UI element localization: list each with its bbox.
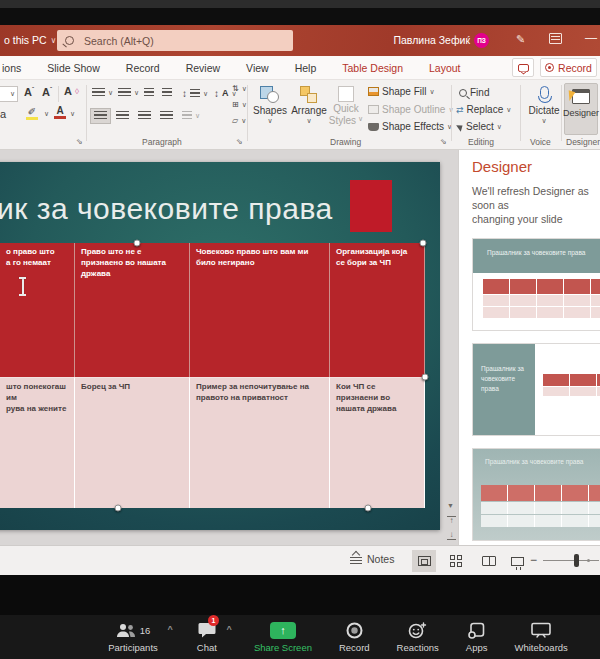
table-cell[interactable]: што понекогаш им рува на жените	[0, 377, 75, 508]
shapes-button[interactable]: Shapes∨	[253, 86, 287, 125]
previous-slide-button[interactable]: ↑	[447, 516, 456, 525]
paragraph-dialog-launcher[interactable]: ⇘	[236, 137, 243, 146]
tab-table-design[interactable]: Table Design	[329, 62, 416, 74]
slideshow-button[interactable]	[505, 550, 529, 572]
font-color-dropdown[interactable]: ∨	[70, 110, 75, 118]
inking-pen-icon[interactable]: ✎	[516, 33, 525, 46]
increase-indent-button[interactable]	[162, 88, 172, 98]
table-cell[interactable]: Кои ЧП се признаени во нашата држава	[330, 377, 425, 508]
tab-slide-show[interactable]: Slide Show	[34, 62, 113, 74]
scroll-down-icon[interactable]: ▼	[447, 502, 454, 509]
thumbnail-title: Прашалник за човековите права	[485, 457, 583, 467]
record-presentation-button[interactable]: Record	[540, 58, 597, 77]
highlight-color-button[interactable]: ✐	[26, 106, 38, 120]
design-thumbnail-1[interactable]: Прашалник за човековите права	[472, 238, 600, 331]
highlight-color-dropdown[interactable]: ∨	[44, 110, 49, 118]
line-spacing-button[interactable]: ↕∨	[182, 88, 208, 99]
tab-transitions-partial[interactable]: ions	[0, 62, 34, 74]
selection-handle[interactable]	[365, 505, 372, 512]
justify-button[interactable]	[156, 108, 177, 124]
shape-fill-button[interactable]: Shape Fill∨	[368, 86, 435, 97]
notes-button[interactable]: Notes	[350, 553, 394, 565]
decrease-font-size-button[interactable]: Aˇ	[42, 86, 52, 98]
whiteboards-button[interactable]: Whiteboards	[515, 621, 568, 653]
record-meeting-button[interactable]: Record	[339, 621, 370, 653]
normal-view-button[interactable]	[412, 550, 436, 572]
participants-button[interactable]: 16 ^ Participants	[108, 621, 158, 653]
apps-button[interactable]: Apps	[466, 621, 488, 653]
designer-pane: Designer We'll refresh Designer as soon …	[458, 150, 600, 545]
convert-to-smartart-button[interactable]: ▱∨	[232, 116, 246, 125]
shape-effects-icon	[368, 123, 379, 131]
find-button[interactable]: Find	[459, 87, 489, 98]
slide-sorter-button[interactable]	[444, 550, 468, 572]
shape-effects-button[interactable]: Shape Effects∨	[368, 121, 452, 132]
design-thumbnail-3[interactable]: Прашалник за човековите права	[472, 448, 600, 541]
search-box[interactable]	[57, 30, 293, 51]
thumbnail-table-graphic	[481, 485, 600, 501]
next-slide-button[interactable]: ↓	[447, 531, 456, 540]
replace-button[interactable]: ⇄ Replace∨	[456, 104, 511, 115]
chat-button[interactable]: 1 ^ Chat	[197, 621, 217, 653]
font-dialog-launcher[interactable]: ⇘	[76, 137, 83, 146]
text-direction-button[interactable]: ⇅∨	[232, 84, 247, 93]
table-cell[interactable]: о право што а го немаат	[0, 243, 75, 377]
reactions-button[interactable]: Reactions	[397, 621, 439, 653]
arrange-button[interactable]: Arrange∨	[290, 86, 328, 125]
columns-button[interactable]: ∨	[182, 111, 200, 121]
clear-formatting-button[interactable]: A◊	[64, 86, 79, 97]
align-right-button[interactable]	[134, 108, 155, 124]
selection-handle[interactable]	[422, 374, 429, 381]
arrange-icon	[300, 86, 318, 104]
chevron-up-icon[interactable]: ^	[168, 624, 173, 634]
save-location-dropdown[interactable]: o this PC ∨	[4, 34, 56, 46]
slide-table[interactable]: о право што а го немаат Право што не е п…	[0, 243, 425, 508]
numbering-button[interactable]: ∨	[118, 88, 139, 98]
slide-accent-rectangle[interactable]	[350, 180, 392, 232]
font-color-button[interactable]: A	[54, 106, 66, 119]
tab-record[interactable]: Record	[113, 62, 173, 74]
align-text-button[interactable]: ⊞∨	[232, 100, 247, 109]
minimize-button[interactable]: —	[585, 31, 597, 45]
tab-help[interactable]: Help	[282, 62, 330, 74]
ribbon-display-options-icon[interactable]	[549, 33, 562, 44]
avatar[interactable]: ПЗ	[474, 33, 489, 48]
drawing-dialog-launcher[interactable]: ⇘	[440, 137, 447, 146]
designer-button[interactable]: Designer	[564, 83, 598, 135]
slide-title[interactable]: ик за човековите права	[0, 192, 333, 226]
chevron-up-icon[interactable]: ^	[227, 624, 232, 634]
table-cell[interactable]: Право што не е признаено во нашата држав…	[75, 243, 190, 377]
table-cell[interactable]: Пример за непочитување на правото на при…	[190, 377, 330, 508]
design-thumbnail-2[interactable]: Прашалник за човековите права	[472, 343, 600, 436]
bullets-button[interactable]: ∨	[92, 88, 113, 98]
share-screen-button[interactable]: ↑ Share Screen	[254, 621, 312, 653]
table-cell[interactable]: Организација која се бори за ЧП	[330, 243, 425, 377]
selection-handle[interactable]	[420, 240, 427, 247]
decrease-indent-button[interactable]	[144, 88, 154, 98]
align-left-button[interactable]	[90, 108, 111, 124]
slide-scrollbar[interactable]: ▼ ↑ ↓	[445, 150, 459, 545]
select-button[interactable]: Select∨	[458, 121, 502, 132]
selection-handle[interactable]	[115, 505, 122, 512]
table-cell[interactable]: Борец за ЧП	[75, 377, 190, 508]
change-case-button[interactable]: a	[0, 108, 6, 120]
zoom-slider-handle[interactable]	[574, 554, 579, 567]
thumbnail-title: Прашалник за човековите права	[481, 364, 527, 393]
quick-styles-button[interactable]: Quick Styles∨	[330, 86, 362, 126]
search-input[interactable]	[82, 34, 285, 48]
tab-layout[interactable]: Layout	[416, 62, 474, 74]
increase-font-size-button[interactable]: Aˆ	[24, 86, 34, 98]
tab-review[interactable]: Review	[173, 62, 233, 74]
table-cell[interactable]: Човеково право што вам ми било негирано	[190, 243, 330, 377]
dictate-button[interactable]: Dictate∨	[528, 86, 560, 125]
align-center-button[interactable]	[112, 108, 133, 124]
font-size-combo[interactable]: ∨	[0, 86, 18, 102]
selection-handle[interactable]	[134, 240, 141, 247]
slide-canvas[interactable]: ик за човековите права о право што а го …	[0, 162, 440, 530]
zoom-slider-track[interactable]	[543, 560, 599, 561]
shape-outline-button[interactable]: Shape Outline∨	[368, 104, 454, 115]
zoom-out-button[interactable]: −	[530, 554, 537, 566]
tab-view[interactable]: View	[233, 62, 282, 74]
reading-view-button[interactable]	[477, 550, 501, 572]
comments-button[interactable]	[512, 58, 534, 77]
